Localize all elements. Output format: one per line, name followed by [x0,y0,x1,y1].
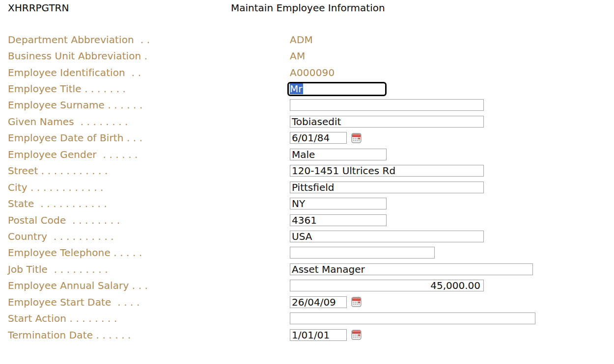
field-row-state: State . . . . . . . . . . . [0,195,614,211]
field-row-postal-code: Postal Code . . . . . . . . [0,212,614,228]
state-input[interactable] [290,198,387,209]
field-row-employee-id: Employee Identification . . A000090 [0,64,614,80]
department-value: ADM [290,34,313,46]
field-label-start-date: Employee Start Date . . . . [8,296,290,308]
selected-text: Mr [290,83,303,94]
field-label-termination-date: Termination Date . . . . . . [8,329,290,341]
employee-form: Department Abbreviation . . ADM Business… [0,31,614,343]
field-label-job-title: Job Title . . . . . . . . . [8,263,290,275]
city-input[interactable] [290,182,484,193]
field-row-start-action: Start Action . . . . . . . . [0,310,614,326]
field-row-given-names: Given Names . . . . . . . . [0,113,614,130]
field-row-salary: Employee Annual Salary . . . [0,278,614,294]
field-label-start-action: Start Action . . . . . . . . [8,312,290,324]
country-input[interactable] [290,231,484,242]
start-date-calendar-button[interactable] [351,297,362,307]
field-label-department: Department Abbreviation . . [8,34,290,46]
field-label-dob: Employee Date of Birth . . . [8,132,290,144]
field-label-state: State . . . . . . . . . . . [8,198,290,209]
field-row-dob: Employee Date of Birth . . . [0,130,614,146]
job-title-input[interactable] [290,263,533,275]
calendar-icon [351,297,362,307]
annual-salary-input[interactable] [290,280,484,291]
field-row-job-title: Job Title . . . . . . . . . [0,261,614,277]
gender-input[interactable] [290,149,387,160]
calendar-icon [351,133,362,143]
field-row-termination-date: Termination Date . . . . . . [0,327,614,343]
telephone-input[interactable] [290,247,435,259]
field-row-country: Country . . . . . . . . . . [0,228,614,244]
given-names-input[interactable] [290,116,484,128]
field-label-business-unit: Business Unit Abbreviation . [8,50,290,62]
field-label-surname: Employee Surname . . . . . . [8,99,290,111]
field-label-postal-code: Postal Code . . . . . . . . [8,214,290,226]
field-label-title: Employee Title . . . . . . . [8,83,290,95]
field-label-gender: Employee Gender . . . . . . [8,149,290,160]
start-action-input[interactable] [290,312,535,324]
field-label-telephone: Employee Telephone . . . . . [8,247,290,259]
field-label-street: Street . . . . . . . . . . . [8,165,290,177]
field-row-street: Street . . . . . . . . . . . [0,163,614,179]
employee-title-input[interactable]: Mr [287,82,387,96]
street-input[interactable] [290,165,484,177]
field-row-start-date: Employee Start Date . . . . [0,294,614,310]
start-date-input[interactable] [290,296,347,308]
business-unit-value: AM [290,50,305,62]
field-label-salary: Employee Annual Salary . . . [8,280,290,291]
page-title: Maintain Employee Information [231,2,385,14]
postal-code-input[interactable] [290,214,387,226]
field-label-employee-id: Employee Identification . . [8,67,290,78]
dob-calendar-button[interactable] [351,133,362,143]
employee-id-value: A000090 [290,67,335,78]
dob-input[interactable] [290,132,347,144]
field-label-given-names: Given Names . . . . . . . . [8,116,290,128]
calendar-icon [351,330,362,340]
field-row-department: Department Abbreviation . . ADM [0,31,614,48]
field-row-city: City . . . . . . . . . . . . [0,179,614,195]
surname-input[interactable] [290,99,484,111]
program-id: XHRRPGTRN [8,2,69,14]
field-label-city: City . . . . . . . . . . . . [8,182,290,193]
field-label-country: Country . . . . . . . . . . [8,231,290,242]
field-row-title: Employee Title . . . . . . . Mr [0,80,614,97]
termination-date-input[interactable] [290,329,347,341]
field-row-business-unit: Business Unit Abbreviation . AM [0,48,614,64]
field-row-surname: Employee Surname . . . . . . [0,97,614,113]
field-row-gender: Employee Gender . . . . . . [0,146,614,162]
field-row-telephone: Employee Telephone . . . . . [0,245,614,261]
termination-date-calendar-button[interactable] [351,330,362,340]
